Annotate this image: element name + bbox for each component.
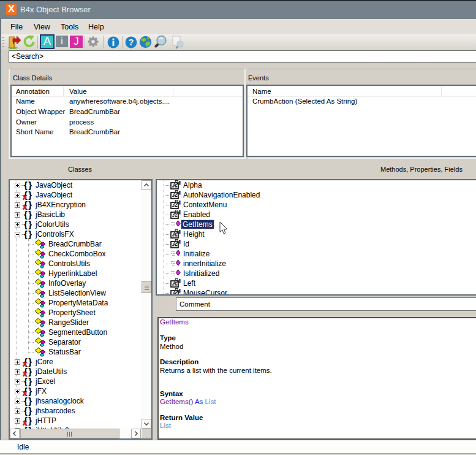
svg-text:?: ? (129, 37, 134, 47)
